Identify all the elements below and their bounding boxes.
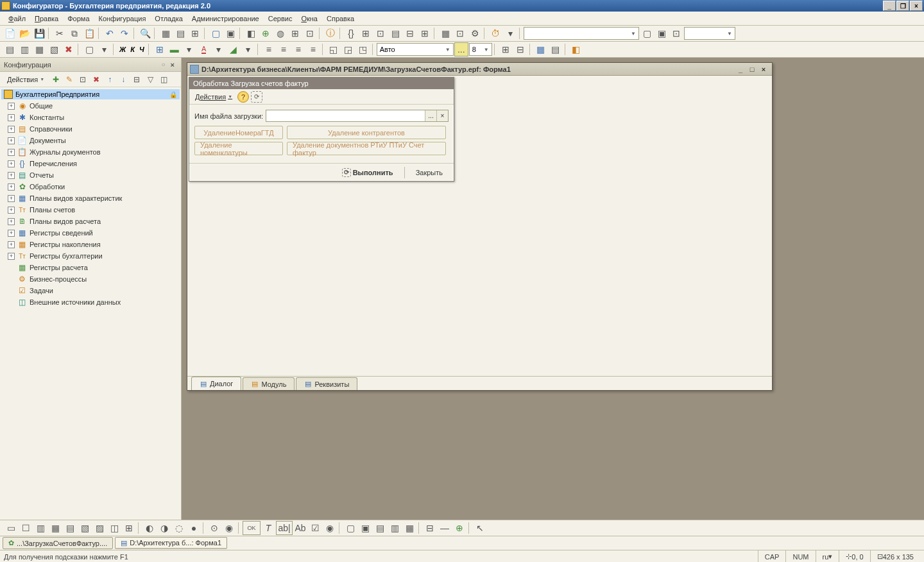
tb-btn-7[interactable]: ⊕: [259, 26, 273, 40]
panel-tb-2[interactable]: ◫: [157, 73, 170, 86]
panel-actions-button[interactable]: Действия▼: [3, 74, 49, 85]
tb-btn-3[interactable]: ⊞: [188, 26, 202, 40]
fe-17[interactable]: ▣: [358, 521, 372, 535]
tb-btn-11[interactable]: {}: [344, 26, 358, 40]
tb-btn-1[interactable]: ▦: [158, 26, 173, 40]
align-center-icon[interactable]: ≡: [277, 42, 291, 56]
font-color-icon[interactable]: А: [197, 42, 211, 56]
tb-btn-2[interactable]: ▤: [173, 26, 187, 40]
edit-icon[interactable]: ✎: [63, 73, 76, 86]
sort-icon[interactable]: ⊟: [130, 73, 143, 86]
fe-label[interactable]: Ab: [293, 521, 307, 535]
fe-13[interactable]: ●: [187, 521, 201, 535]
tb-btn-21[interactable]: ▾: [503, 26, 517, 40]
fe-9[interactable]: ⊞: [122, 521, 136, 535]
file-browse-button[interactable]: ...: [425, 110, 436, 121]
tree-item-enums[interactable]: +{}Перечисления: [1, 158, 180, 169]
redo-icon[interactable]: ↷: [117, 26, 132, 40]
fe-23[interactable]: ⊕: [452, 521, 466, 535]
fmt-3[interactable]: ▦: [32, 42, 46, 56]
filter-icon[interactable]: ▽: [144, 73, 157, 86]
panel-tb-1[interactable]: ⊡: [76, 73, 89, 86]
fe-radio[interactable]: ◉: [323, 521, 337, 535]
tree-item-accum-regs[interactable]: +▦Регистры накопления: [1, 239, 180, 250]
underline-icon[interactable]: Ч: [139, 46, 144, 53]
fill-color-icon[interactable]: ◢: [227, 42, 241, 56]
font-color-dropdown[interactable]: ▾: [212, 42, 226, 56]
tb-btn-19[interactable]: ⚙: [468, 26, 482, 40]
menu-form[interactable]: Форма: [63, 13, 94, 24]
fe-8[interactable]: ◫: [107, 521, 121, 535]
border-dropdown[interactable]: ▾: [182, 42, 196, 56]
tb-btn-8[interactable]: ◍: [273, 26, 287, 40]
fe-14[interactable]: ⊙: [207, 521, 221, 535]
task-item-1[interactable]: ✿...\ЗагрузкаСчетовФактур....: [3, 537, 113, 549]
copy-icon[interactable]: ⧉: [67, 26, 81, 40]
form-close-button[interactable]: ×: [758, 64, 769, 74]
bold-icon[interactable]: Ж: [119, 46, 126, 53]
fmt-5[interactable]: ✖: [62, 42, 76, 56]
fe-18[interactable]: ▤: [373, 521, 387, 535]
tb-btn-22[interactable]: ▢: [640, 26, 654, 40]
fe-6[interactable]: ▧: [78, 521, 92, 535]
menu-debug[interactable]: Отладка: [150, 13, 187, 24]
font-btn[interactable]: ...: [454, 42, 468, 56]
minimize-button[interactable]: _: [883, 1, 896, 11]
open-icon[interactable]: 📂: [17, 26, 31, 40]
fe-7[interactable]: ▨: [92, 521, 107, 535]
fe-16[interactable]: ▢: [343, 521, 357, 535]
form-help-icon[interactable]: ?: [237, 91, 249, 103]
italic-icon[interactable]: К: [130, 46, 135, 53]
tb-btn-15[interactable]: ⊟: [403, 26, 417, 40]
fill-color-dropdown[interactable]: ▾: [241, 42, 255, 56]
menu-config[interactable]: Конфигурация: [94, 13, 151, 24]
delete-gtd-button[interactable]: УдалениеНомераГТД: [194, 126, 283, 139]
fmt-9[interactable]: ◲: [341, 42, 355, 56]
tb-btn-24[interactable]: ⊡: [669, 26, 683, 40]
fe-input[interactable]: ab|: [276, 521, 293, 535]
tb-btn-17[interactable]: ▦: [438, 26, 452, 40]
border-icon[interactable]: ▬: [167, 42, 182, 56]
fmt-8[interactable]: ◱: [327, 42, 341, 56]
tree-item-documents[interactable]: +📄Документы: [1, 135, 180, 146]
tree-item-calc-plans[interactable]: +🗎Планы видов расчета: [1, 216, 180, 227]
fe-20[interactable]: ▦: [402, 521, 416, 535]
find-icon[interactable]: 🔍: [138, 26, 152, 40]
fe-5[interactable]: ▤: [63, 521, 77, 535]
fe-12[interactable]: ◌: [172, 521, 186, 535]
tree-item-account-regs[interactable]: +ТтРегистры бухгалтерии: [1, 250, 180, 262]
tab-module[interactable]: ▤Модуль: [243, 377, 295, 390]
calc-icon[interactable]: ⊟: [513, 42, 527, 56]
tree-item-constants[interactable]: +✱Константы: [1, 112, 180, 123]
paste-icon[interactable]: 📋: [82, 26, 96, 40]
menu-service[interactable]: Сервис: [264, 13, 297, 24]
tb-btn-16[interactable]: ⊞: [418, 26, 432, 40]
new-icon[interactable]: 📄: [3, 26, 17, 40]
undo-icon[interactable]: ↶: [103, 26, 117, 40]
fe-11[interactable]: ◑: [157, 521, 171, 535]
tree-item-char-plans[interactable]: +▦Планы видов характеристик: [1, 192, 180, 204]
tb-btn-20[interactable]: ⏱: [488, 26, 502, 40]
tb-btn-10[interactable]: ⊡: [303, 26, 317, 40]
delete-icon[interactable]: ✖: [90, 73, 103, 86]
file-input[interactable]: [266, 110, 425, 121]
align-left-icon[interactable]: ≡: [262, 42, 276, 56]
help-icon[interactable]: ⓘ: [323, 26, 338, 40]
tree-item-account-plans[interactable]: +ТтПланы счетов: [1, 204, 180, 216]
fe-select[interactable]: ↖: [473, 521, 487, 535]
fmt-13[interactable]: ▤: [549, 42, 563, 56]
save-icon[interactable]: 💾: [32, 26, 46, 40]
fe-22[interactable]: —: [438, 521, 452, 535]
menu-file[interactable]: Файл: [4, 13, 30, 24]
tree-item-common[interactable]: +◉Общие: [1, 100, 180, 112]
fmt-1[interactable]: ▤: [3, 42, 17, 56]
tb-btn-9[interactable]: ⊞: [288, 26, 302, 40]
align-right-icon[interactable]: ≡: [291, 42, 305, 56]
tb-btn-12[interactable]: ⊞: [359, 26, 373, 40]
restore-button[interactable]: ❐: [896, 1, 909, 11]
fe-ok[interactable]: OK: [243, 521, 261, 535]
panel-close-icon[interactable]: ×: [168, 61, 177, 69]
tb-btn-4[interactable]: ▢: [209, 26, 223, 40]
fmt-14[interactable]: ◧: [569, 42, 583, 56]
fe-19[interactable]: ▥: [388, 521, 402, 535]
